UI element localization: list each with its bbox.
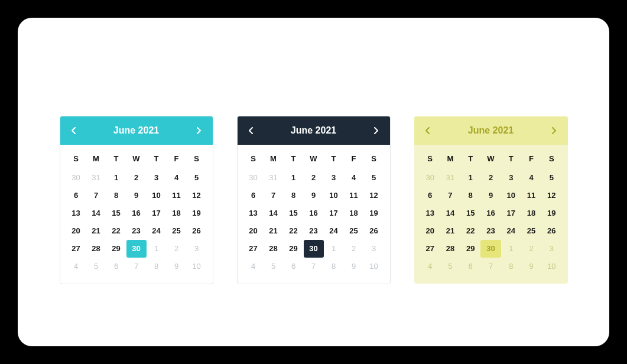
day-other-month[interactable]: 10 <box>187 258 207 275</box>
day[interactable]: 16 <box>126 204 147 222</box>
day[interactable]: 8 <box>460 187 480 204</box>
day-other-month[interactable]: 3 <box>364 240 384 258</box>
day[interactable]: 18 <box>344 204 364 222</box>
day[interactable]: 10 <box>501 187 521 204</box>
day-other-month[interactable]: 8 <box>147 258 167 275</box>
day[interactable]: 9 <box>126 187 147 204</box>
day[interactable]: 23 <box>126 222 147 240</box>
day[interactable]: 22 <box>106 222 126 240</box>
day[interactable]: 23 <box>480 222 501 240</box>
day[interactable]: 13 <box>420 204 440 222</box>
day[interactable]: 12 <box>364 187 384 204</box>
chevron-left-icon[interactable] <box>246 125 256 136</box>
day-other-month[interactable]: 1 <box>147 240 167 258</box>
day[interactable]: 27 <box>243 240 264 258</box>
chevron-right-icon[interactable] <box>371 125 381 136</box>
chevron-right-icon[interactable] <box>548 125 559 136</box>
day-other-month[interactable]: 10 <box>541 258 561 275</box>
day-other-month[interactable]: 2 <box>521 240 541 258</box>
day[interactable]: 20 <box>66 222 86 240</box>
day[interactable]: 27 <box>66 240 86 258</box>
day[interactable]: 2 <box>480 169 501 187</box>
day[interactable]: 1 <box>106 169 126 187</box>
day-other-month[interactable]: 3 <box>187 240 207 258</box>
day[interactable]: 26 <box>187 222 207 240</box>
day[interactable]: 19 <box>364 204 384 222</box>
day[interactable]: 25 <box>167 222 187 240</box>
day[interactable]: 27 <box>420 240 440 258</box>
day[interactable]: 6 <box>420 187 440 204</box>
day-other-month[interactable]: 4 <box>420 258 440 275</box>
day[interactable]: 3 <box>147 169 167 187</box>
day-other-month[interactable]: 6 <box>284 258 304 275</box>
day[interactable]: 6 <box>66 187 86 204</box>
chevron-left-icon[interactable] <box>69 125 79 136</box>
day[interactable]: 5 <box>187 169 207 187</box>
day[interactable]: 9 <box>480 187 501 204</box>
day[interactable]: 7 <box>440 187 460 204</box>
day[interactable]: 2 <box>304 169 324 187</box>
day[interactable]: 13 <box>243 204 264 222</box>
day-other-month[interactable]: 30 <box>420 169 440 187</box>
day-other-month[interactable]: 7 <box>126 258 147 275</box>
day[interactable]: 25 <box>521 222 541 240</box>
day[interactable]: 14 <box>264 204 284 222</box>
day[interactable]: 28 <box>86 240 106 258</box>
day-other-month[interactable]: 9 <box>167 258 187 275</box>
day[interactable]: 29 <box>460 240 480 258</box>
day-selected[interactable]: 30 <box>480 240 501 258</box>
day-other-month[interactable]: 30 <box>243 169 264 187</box>
day[interactable]: 14 <box>86 204 106 222</box>
day[interactable]: 16 <box>480 204 501 222</box>
chevron-right-icon[interactable] <box>193 125 204 136</box>
day-other-month[interactable]: 4 <box>243 258 264 275</box>
day[interactable]: 25 <box>344 222 364 240</box>
day[interactable]: 24 <box>147 222 167 240</box>
day[interactable]: 14 <box>440 204 460 222</box>
day-other-month[interactable]: 1 <box>324 240 344 258</box>
day[interactable]: 24 <box>324 222 344 240</box>
day[interactable]: 12 <box>541 187 561 204</box>
day[interactable]: 21 <box>264 222 284 240</box>
day-other-month[interactable]: 31 <box>264 169 284 187</box>
day[interactable]: 15 <box>284 204 304 222</box>
day[interactable]: 17 <box>501 204 521 222</box>
day-other-month[interactable]: 8 <box>324 258 344 275</box>
day[interactable]: 17 <box>324 204 344 222</box>
day-other-month[interactable]: 30 <box>66 169 86 187</box>
day-other-month[interactable]: 6 <box>460 258 480 275</box>
day[interactable]: 19 <box>541 204 561 222</box>
day[interactable]: 11 <box>167 187 187 204</box>
day-other-month[interactable]: 8 <box>501 258 521 275</box>
day[interactable]: 11 <box>344 187 364 204</box>
day[interactable]: 4 <box>167 169 187 187</box>
day[interactable]: 20 <box>243 222 264 240</box>
day[interactable]: 15 <box>106 204 126 222</box>
day[interactable]: 3 <box>501 169 521 187</box>
day-other-month[interactable]: 7 <box>480 258 501 275</box>
day-other-month[interactable]: 2 <box>167 240 187 258</box>
day-other-month[interactable]: 9 <box>521 258 541 275</box>
day[interactable]: 15 <box>460 204 480 222</box>
day[interactable]: 4 <box>344 169 364 187</box>
day-other-month[interactable]: 5 <box>86 258 106 275</box>
day[interactable]: 8 <box>106 187 126 204</box>
day[interactable]: 6 <box>243 187 264 204</box>
day-selected[interactable]: 30 <box>126 240 147 258</box>
day[interactable]: 17 <box>147 204 167 222</box>
day[interactable]: 24 <box>501 222 521 240</box>
day[interactable]: 29 <box>106 240 126 258</box>
day[interactable]: 9 <box>304 187 324 204</box>
day-other-month[interactable]: 5 <box>440 258 460 275</box>
day[interactable]: 22 <box>284 222 304 240</box>
day[interactable]: 11 <box>521 187 541 204</box>
day[interactable]: 5 <box>364 169 384 187</box>
day[interactable]: 13 <box>66 204 86 222</box>
day[interactable]: 5 <box>541 169 561 187</box>
day[interactable]: 3 <box>324 169 344 187</box>
day[interactable]: 23 <box>304 222 324 240</box>
day-other-month[interactable]: 2 <box>344 240 364 258</box>
day[interactable]: 1 <box>460 169 480 187</box>
day[interactable]: 4 <box>521 169 541 187</box>
day-other-month[interactable]: 1 <box>501 240 521 258</box>
